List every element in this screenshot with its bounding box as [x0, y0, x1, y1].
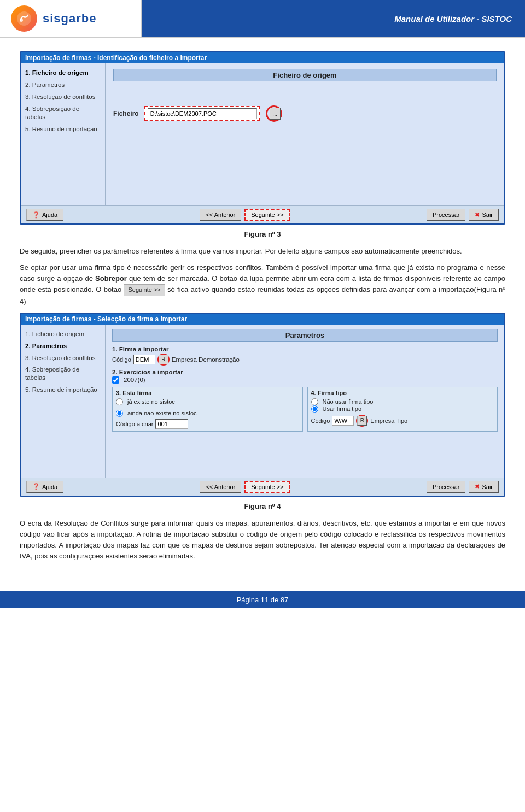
codigo-fw-input[interactable]: [332, 416, 354, 426]
help-button-fig4[interactable]: ❓ Ajuda: [26, 481, 63, 493]
empresa-tipo-label: Empresa Tipo: [370, 417, 407, 424]
svg-point-1: [20, 19, 23, 22]
firma-tipo-title: 4. Firma tipo: [311, 390, 494, 396]
step-2-fig4: 2. Parametros: [25, 342, 101, 350]
sobrepor-bold: Sobrepor: [95, 274, 127, 283]
footer-right-buttons: Processar ✖ Sair: [427, 209, 499, 221]
step-5-fig4: 5. Resumo de importação: [25, 386, 101, 394]
header-title: Manual de Utilizador - SISTOC: [394, 14, 512, 23]
exit-button-fig4[interactable]: ✖ Sair: [469, 481, 499, 493]
logo-icon: [11, 5, 37, 32]
usar-radio[interactable]: [311, 405, 318, 413]
nao-usar-radio[interactable]: [311, 398, 318, 405]
fig4-footer-left: ❓ Ajuda: [26, 481, 63, 493]
figure4-left-panel: 1. Ficheiro de origem 2. Parametros 3. R…: [21, 325, 106, 478]
step-4-fig3: 4. Sobreposição de tabelas: [25, 105, 101, 121]
ficheiro-label: Ficheiro: [113, 110, 139, 117]
next-button-fig4[interactable]: Seguinte >>: [244, 481, 290, 493]
step-5-fig3: 5. Resumo de importação: [25, 125, 101, 133]
figure3-inner: 1. Ficheiro de origem 2. Parametros 3. R…: [21, 63, 504, 205]
lookup-button-fig4-2[interactable]: R: [357, 416, 367, 426]
exit-button-fig3[interactable]: ✖ Sair: [469, 209, 499, 221]
figure3-title-bar: Importação de firmas - Identificação do …: [21, 52, 504, 63]
firma-codigo-row: Código R Empresa Demonstração: [112, 354, 498, 366]
header-title-area: Manual de Utilizador - SISTOC: [142, 0, 525, 37]
figure4-title-bar: Importação de firmas - Selecção da firma…: [21, 314, 504, 325]
exit-icon-fig3: ✖: [475, 211, 480, 219]
exercicio-checkbox[interactable]: [112, 376, 119, 384]
esta-firma-col: 3. Esta firma já existe no sistoc ainda …: [112, 387, 303, 432]
paragraph2: Se optar por usar uma firma tipo é neces…: [20, 262, 505, 307]
figure3-footer: ❓ Ajuda << Anterior Seguinte >> Processa…: [21, 205, 504, 223]
codigo-criar-label: Código a criar: [116, 421, 153, 427]
figure4-box: Importação de firmas - Selecção da firma…: [20, 313, 505, 497]
figure4-inner: 1. Ficheiro de origem 2. Parametros 3. R…: [21, 325, 504, 478]
footer-center-buttons: << Anterior Seguinte >>: [200, 209, 290, 221]
exit-icon-fig4: ✖: [475, 483, 480, 490]
lookup-circle-fig4: R: [158, 354, 170, 366]
firma-tipo-col: 4. Firma tipo Não usar firma tipo Usar f…: [307, 387, 498, 432]
nao-usar-row: Não usar firma tipo: [311, 398, 494, 405]
ja-existe-row: já existe no sistoc: [116, 398, 299, 405]
fig4-footer-right: Processar ✖ Sair: [427, 481, 499, 493]
step-4-fig4: 4. Sobreposição de tabelas: [25, 366, 101, 382]
figure3-caption: Figura nº 3: [20, 230, 505, 238]
ficheiro-input[interactable]: [148, 108, 257, 119]
prev-button-fig3[interactable]: << Anterior: [200, 209, 241, 221]
exercicio-value: 2007(0): [124, 376, 145, 383]
firma-importar-label: 1. Firma a importar: [112, 346, 498, 352]
figure4-footer: ❓ Ajuda << Anterior Seguinte >> Processa…: [21, 478, 504, 496]
exercicios-section: 2. Exercicios a importar 2007(0): [112, 369, 498, 384]
footer-left-buttons: ❓ Ajuda: [26, 209, 63, 221]
codigo-input-fig4[interactable]: [133, 355, 155, 364]
exercicios-label: 2. Exercicios a importar: [112, 369, 498, 375]
step-1-fig4: 1. Ficheiro de origem: [25, 330, 101, 338]
codigo-criar-input[interactable]: [155, 419, 188, 429]
logo-area: sisgarbe: [0, 0, 142, 37]
codigo-label-fig4: Código: [112, 356, 131, 363]
ainda-nao-radio[interactable]: [116, 410, 123, 417]
ainda-nao-row: ainda não existe no sistoc: [116, 410, 299, 417]
help-button-fig3[interactable]: ❓ Ajuda: [26, 209, 63, 221]
step-3-fig4: 3. Resolução de conflitos: [25, 354, 101, 362]
usar-row: Usar firma tipo: [311, 405, 494, 413]
logo-text: sisgarbe: [43, 11, 97, 26]
browse-circle: ...: [266, 105, 282, 122]
figure3-box: Importação de firmas - Identificação do …: [20, 51, 505, 225]
paragraph3: O ecrã da Resolução de Conflitos surge p…: [20, 518, 505, 562]
empresa-label-fig4: Empresa Demonstração: [172, 356, 240, 363]
codigo-criar-row: Código a criar: [116, 419, 299, 429]
ficheiro-input-wrapper: [144, 106, 260, 121]
figure4-section-header: Parametros: [112, 329, 498, 342]
ja-existe-radio[interactable]: [116, 398, 123, 405]
nao-usar-label: Não usar firma tipo: [323, 398, 374, 405]
figure3-section-header: Ficheiro de origem: [113, 69, 497, 81]
ainda-nao-label: ainda não existe no sistoc: [127, 410, 197, 416]
lookup-circle-fig4-2: R: [356, 415, 368, 427]
prev-button-fig4[interactable]: << Anterior: [200, 481, 241, 493]
paragraph1: De seguida, preencher os parâmetros refe…: [20, 246, 505, 257]
next-button-fig3[interactable]: Seguinte >>: [244, 209, 290, 221]
figure3-left-panel: 1. Ficheiro de origem 2. Parametros 3. R…: [21, 63, 106, 205]
codigo-fw-label: Código: [311, 417, 330, 424]
ficheiro-row: Ficheiro ...: [113, 105, 497, 122]
process-button-fig3[interactable]: Processar: [427, 209, 466, 221]
firma-importar-section: 1. Firma a importar Código R Empresa Dem…: [112, 346, 498, 366]
process-button-fig4[interactable]: Processar: [427, 481, 466, 493]
main-content: Importação de firmas - Identificação do …: [0, 38, 525, 580]
usar-label: Usar firma tipo: [323, 405, 362, 412]
figure3-right-area: Ficheiro de origem Ficheiro ...: [106, 63, 504, 205]
help-icon: ❓: [32, 211, 40, 219]
figure4-right: Parametros 1. Firma a importar Código R …: [106, 325, 504, 478]
exercicio-row: 2007(0): [112, 376, 498, 384]
step-2-fig3: 2. Parametros: [25, 81, 101, 89]
svg-point-0: [17, 11, 31, 26]
browse-button[interactable]: ...: [270, 108, 281, 120]
page-label: Página 11 de 87: [237, 596, 289, 604]
lookup-button-fig4[interactable]: R: [159, 355, 168, 364]
ja-existe-label: já existe no sistoc: [127, 398, 175, 405]
header: sisgarbe Manual de Utilizador - SISTOC: [0, 0, 525, 38]
codigo-fw-row: Código R Empresa Tipo: [311, 415, 494, 427]
esta-firma-title: 3. Esta firma: [116, 390, 299, 396]
seguinte-inline-button[interactable]: Seguinte >>: [124, 284, 165, 296]
